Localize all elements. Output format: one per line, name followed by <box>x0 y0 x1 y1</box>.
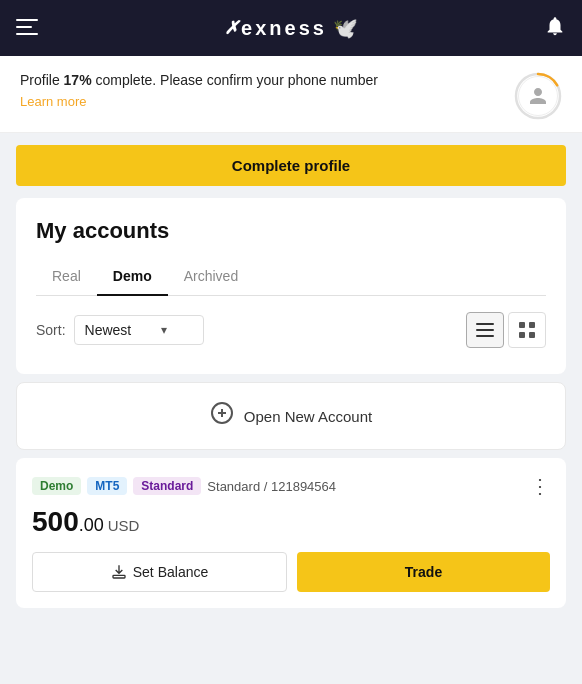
open-new-account-card[interactable]: Open New Account <box>16 382 566 450</box>
avatar[interactable] <box>518 76 558 116</box>
svg-rect-7 <box>476 335 494 337</box>
badge-demo: Demo <box>32 477 81 495</box>
notification-bell-icon[interactable] <box>544 15 566 42</box>
account-item-header: Demo MT5 Standard Standard / 121894564 ⋮ <box>32 474 550 498</box>
svg-rect-15 <box>113 575 125 578</box>
svg-rect-8 <box>519 322 525 328</box>
grid-icon <box>519 322 535 338</box>
account-badges: Demo MT5 Standard Standard / 121894564 <box>32 477 336 495</box>
logo: ✗ exness 🕊️ <box>224 16 358 40</box>
svg-rect-10 <box>519 332 525 338</box>
svg-rect-1 <box>16 26 32 28</box>
profile-banner-title: Profile 17% complete. Please confirm you… <box>20 72 514 88</box>
balance-currency: USD <box>108 517 140 534</box>
svg-rect-5 <box>476 323 494 325</box>
balance-cents: .00 <box>79 515 104 535</box>
chevron-down-icon: ▾ <box>161 323 167 337</box>
profile-banner-content: Profile 17% complete. Please confirm you… <box>20 72 514 110</box>
sort-left: Sort: Newest ▾ <box>36 315 204 345</box>
svg-rect-11 <box>529 332 535 338</box>
account-balance: 500.00USD <box>32 506 550 538</box>
profile-banner: Profile 17% complete. Please confirm you… <box>0 56 582 133</box>
sort-row: Sort: Newest ▾ <box>36 312 546 348</box>
accounts-card: My accounts Real Demo Archived Sort: New… <box>16 198 566 374</box>
plus-circle-icon <box>210 401 234 431</box>
grid-view-button[interactable] <box>508 312 546 348</box>
account-actions: Set Balance Trade <box>32 552 550 592</box>
logo-symbol: ✗ <box>224 17 237 39</box>
account-item: Demo MT5 Standard Standard / 121894564 ⋮… <box>16 458 566 608</box>
header: ✗ exness 🕊️ <box>0 0 582 56</box>
badge-mt5: MT5 <box>87 477 127 495</box>
set-balance-label: Set Balance <box>133 564 209 580</box>
tab-archived[interactable]: Archived <box>168 260 254 296</box>
menu-icon[interactable] <box>16 17 38 40</box>
user-icon <box>528 86 548 106</box>
tab-demo[interactable]: Demo <box>97 260 168 296</box>
svg-rect-0 <box>16 19 38 21</box>
trade-button[interactable]: Trade <box>297 552 550 592</box>
view-toggles <box>466 312 546 348</box>
profile-title-prefix: Profile <box>20 72 64 88</box>
profile-title-suffix: complete. Please confirm your phone numb… <box>92 72 378 88</box>
set-balance-button[interactable]: Set Balance <box>32 552 287 592</box>
open-new-account-label: Open New Account <box>244 408 372 425</box>
kebab-menu-icon[interactable]: ⋮ <box>530 474 550 498</box>
logo-bird-icon: 🕊️ <box>333 16 358 40</box>
account-id: Standard / 121894564 <box>207 479 336 494</box>
learn-more-link[interactable]: Learn more <box>20 94 86 109</box>
list-view-button[interactable] <box>466 312 504 348</box>
accounts-title: My accounts <box>36 218 546 244</box>
svg-rect-6 <box>476 329 494 331</box>
complete-profile-button[interactable]: Complete profile <box>16 145 566 186</box>
profile-percentage: 17% <box>64 72 92 88</box>
logo-text: exness <box>241 17 327 40</box>
svg-rect-2 <box>16 33 38 35</box>
download-icon <box>111 564 127 580</box>
accounts-tabs: Real Demo Archived <box>36 260 546 296</box>
tab-real[interactable]: Real <box>36 260 97 296</box>
list-icon <box>476 323 494 337</box>
balance-main: 500 <box>32 506 79 537</box>
avatar-wrapper[interactable] <box>514 72 562 120</box>
svg-rect-9 <box>529 322 535 328</box>
badge-standard: Standard <box>133 477 201 495</box>
sort-dropdown-value: Newest <box>85 322 132 338</box>
sort-dropdown[interactable]: Newest ▾ <box>74 315 204 345</box>
sort-label: Sort: <box>36 322 66 338</box>
